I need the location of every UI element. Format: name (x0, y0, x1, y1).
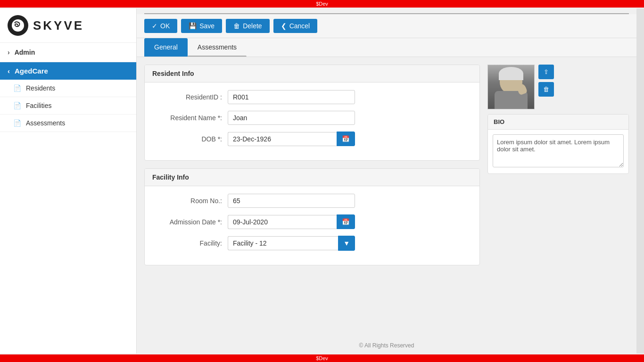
resident-photo (487, 65, 535, 109)
delete-photo-trash-icon: 🗑 (543, 86, 549, 93)
upload-photo-button[interactable]: ⇧ (538, 65, 554, 79)
ok-button[interactable]: ✓ OK (144, 19, 177, 33)
agedcare-label: AgedCare (15, 67, 48, 75)
roomno-row: Room No.: (152, 194, 472, 208)
resident-info-header: Resident Info (145, 65, 479, 82)
residentname-row: Resident Name *: (152, 111, 472, 125)
admin-chevron-icon: › (8, 49, 10, 56)
sidebar-admin[interactable]: › Admin (0, 43, 136, 62)
facility-label: Facility: (152, 239, 228, 247)
facility-row: Facility: Facility - 12 ▼ (152, 236, 472, 251)
left-forms: Resident Info ResidentID : (144, 65, 480, 265)
tab-general[interactable]: General (144, 38, 188, 57)
admin-label: Admin (15, 49, 35, 56)
bio-body: Lorem ipsum dolor sit amet. Lorem ipsum … (488, 130, 628, 173)
delete-photo-button[interactable]: 🗑 (538, 82, 554, 97)
dob-calendar-button[interactable]: 📅 (337, 132, 355, 146)
resident-info-body: ResidentID : Resident Name *: (145, 82, 479, 160)
sidebar-section-agedcare[interactable]: ‹ AgedCare (0, 62, 136, 80)
sidebar: SKYVE › Admin ‹ AgedCare 📄 Residents 📄 F… (0, 8, 137, 354)
cancel-button[interactable]: ❮ Cancel (273, 19, 318, 33)
admissiondate-label: Admission Date *: (152, 218, 228, 226)
logo-text: SKYVE (33, 18, 84, 33)
assessments-doc-icon: 📄 (13, 119, 21, 127)
facility-select[interactable]: Facility - 12 (228, 236, 338, 250)
delete-trash-icon: 🗑 (233, 22, 240, 30)
facilities-doc-icon: 📄 (13, 102, 21, 109)
assessments-label: Assessments (26, 119, 65, 127)
facility-info-body: Room No.: Admission Date *: (145, 186, 479, 265)
delete-button[interactable]: 🗑 Delete (226, 19, 269, 33)
main-form-area: Resident Info ResidentID : (144, 65, 629, 265)
admissiondate-input[interactable] (228, 215, 337, 229)
toolbar: ✓ OK 💾 Save 🗑 Delete ❮ Cancel (137, 14, 636, 38)
admissiondate-row: Admission Date *: 📅 (152, 214, 472, 229)
facility-info-card: Facility Info Room No.: (144, 168, 480, 265)
bio-section: BIO Lorem ipsum dolor sit amet. Lorem ip… (487, 114, 629, 174)
facilities-label: Facilities (26, 102, 51, 109)
save-icon: 💾 (189, 22, 197, 30)
content-area: Resident Info ResidentID : (137, 57, 636, 337)
facility-dropdown-arrow-icon[interactable]: ▼ (338, 236, 355, 251)
resident-info-card: Resident Info ResidentID : (144, 65, 480, 161)
dob-input[interactable] (228, 132, 337, 146)
residentid-input[interactable] (228, 90, 355, 104)
sidebar-item-residents[interactable]: 📄 Residents (0, 80, 136, 97)
admissiondate-calendar-icon: 📅 (342, 218, 350, 225)
admissiondate-calendar-button[interactable]: 📅 (337, 214, 355, 229)
tab-assessments[interactable]: Assessments (188, 38, 247, 57)
sidebar-item-facilities[interactable]: 📄 Facilities (0, 97, 136, 115)
photo-actions: ⇧ 🗑 (538, 65, 554, 97)
logo-icon (8, 15, 28, 36)
dob-row: DOB *: 📅 (152, 132, 472, 146)
bio-header: BIO (488, 115, 628, 130)
facility-select-wrap: Facility - 12 ▼ (228, 236, 355, 251)
admissiondate-wrap: 📅 (228, 214, 355, 229)
tabs: General Assessments (137, 38, 636, 57)
ok-check-icon: ✓ (152, 22, 157, 30)
right-panel: ⇧ 🗑 BIO Lorem ipsum dolor sit amet. (487, 65, 629, 174)
residentid-label: ResidentID : (152, 93, 228, 101)
roomno-label: Room No.: (152, 197, 228, 205)
upload-icon: ⇧ (544, 68, 549, 75)
agedcare-chevron-icon: ‹ (8, 67, 10, 75)
photo-placeholder (488, 65, 534, 109)
residentname-input[interactable] (228, 111, 355, 125)
footer: © All Rights Reserved (137, 337, 636, 354)
dob-label: DOB *: (152, 135, 228, 143)
residentname-label: Resident Name *: (152, 114, 228, 122)
scrollbar-track[interactable] (636, 8, 644, 354)
cancel-arrow-icon: ❮ (281, 22, 287, 30)
top-bar: $Dev (0, 0, 644, 8)
roomno-input[interactable] (228, 194, 355, 208)
residentid-row: ResidentID : (152, 90, 472, 104)
facility-info-header: Facility Info (145, 169, 479, 186)
dob-calendar-icon: 📅 (342, 135, 350, 142)
sidebar-item-assessments[interactable]: 📄 Assessments (0, 115, 136, 132)
save-button[interactable]: 💾 Save (181, 19, 222, 33)
photo-section: ⇧ 🗑 (487, 65, 629, 109)
residents-label: Residents (26, 84, 55, 92)
dob-date-wrap: 📅 (228, 132, 355, 146)
residents-doc-icon: 📄 (13, 84, 21, 92)
bio-textarea[interactable]: Lorem ipsum dolor sit amet. Lorem ipsum … (493, 134, 624, 167)
sidebar-logo: SKYVE (0, 8, 136, 43)
bottom-bar: $Dev (0, 354, 644, 362)
